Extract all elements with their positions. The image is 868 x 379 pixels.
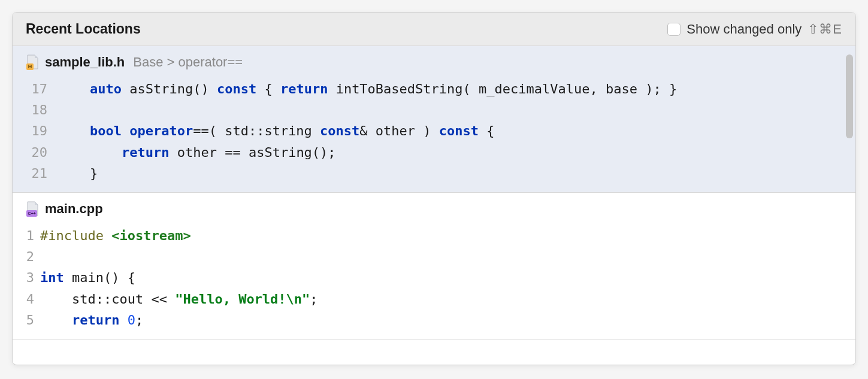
line-number: 19 <box>13 120 58 141</box>
entry-header: Hsample_lib.hBase > operator== <box>13 46 855 75</box>
line-number: 1 <box>13 225 40 246</box>
code-content: return 0; <box>40 310 143 331</box>
code-content: bool operator==( std::string const& othe… <box>58 120 495 141</box>
code-content: auto asString() const { return intToBase… <box>58 78 677 99</box>
entry-breadcrumb: Base > operator== <box>133 54 243 70</box>
line-number: 17 <box>13 78 58 99</box>
code-line: 1#include <iostream> <box>13 225 855 246</box>
code-line: 5 return 0; <box>13 310 855 331</box>
code-line: 4 std::cout << "Hello, World!\n"; <box>13 289 855 310</box>
show-changed-label[interactable]: Show changed only <box>686 22 802 37</box>
code-content: #include <iostream> <box>40 225 191 246</box>
code-line: 20 return other == asString(); <box>13 142 855 163</box>
line-number: 5 <box>13 310 40 331</box>
entry-filename: sample_lib.h <box>45 54 125 70</box>
recent-locations-popup: Recent Locations Show changed only ⇧⌘E H… <box>12 12 856 365</box>
code-line: 19 bool operator==( std::string const& o… <box>13 120 855 141</box>
code-content: return other == asString(); <box>58 142 336 163</box>
location-entry[interactable]: C++main.cpp1#include <iostream>23int mai… <box>13 193 855 339</box>
code-snippet: 17 auto asString() const { return intToB… <box>13 75 855 192</box>
popup-header: Recent Locations Show changed only ⇧⌘E <box>13 13 855 46</box>
show-changed-shortcut: ⇧⌘E <box>807 22 842 37</box>
scrollbar-thumb[interactable] <box>846 54 853 138</box>
line-number: 21 <box>13 163 58 184</box>
code-line: 21 } <box>13 163 855 184</box>
entry-filename: main.cpp <box>45 201 103 217</box>
code-line: 17 auto asString() const { return intToB… <box>13 78 855 99</box>
code-snippet: 1#include <iostream>23int main() {4 std:… <box>13 222 855 339</box>
code-content: int main() { <box>40 267 135 288</box>
code-line: 3int main() { <box>13 267 855 288</box>
cpp-file-icon: C++ <box>26 201 39 217</box>
show-changed-checkbox[interactable] <box>667 23 681 36</box>
entries-list: Hsample_lib.hBase > operator==17 auto as… <box>13 46 855 339</box>
line-number: 20 <box>13 142 58 163</box>
line-number: 2 <box>13 246 40 267</box>
code-content: } <box>58 163 98 184</box>
popup-title: Recent Locations <box>26 21 141 37</box>
show-changed-group: Show changed only ⇧⌘E <box>667 22 842 37</box>
line-number: 3 <box>13 267 40 288</box>
svg-text:H: H <box>28 63 32 69</box>
svg-text:C++: C++ <box>28 211 35 216</box>
line-number: 18 <box>13 99 58 120</box>
code-line: 2 <box>13 246 855 267</box>
entry-header: C++main.cpp <box>13 193 855 222</box>
line-number: 4 <box>13 289 40 310</box>
header-file-icon: H <box>26 54 39 70</box>
code-line: 18 <box>13 99 855 120</box>
code-content: std::cout << "Hello, World!\n"; <box>40 289 318 310</box>
location-entry[interactable]: Hsample_lib.hBase > operator==17 auto as… <box>13 46 855 193</box>
